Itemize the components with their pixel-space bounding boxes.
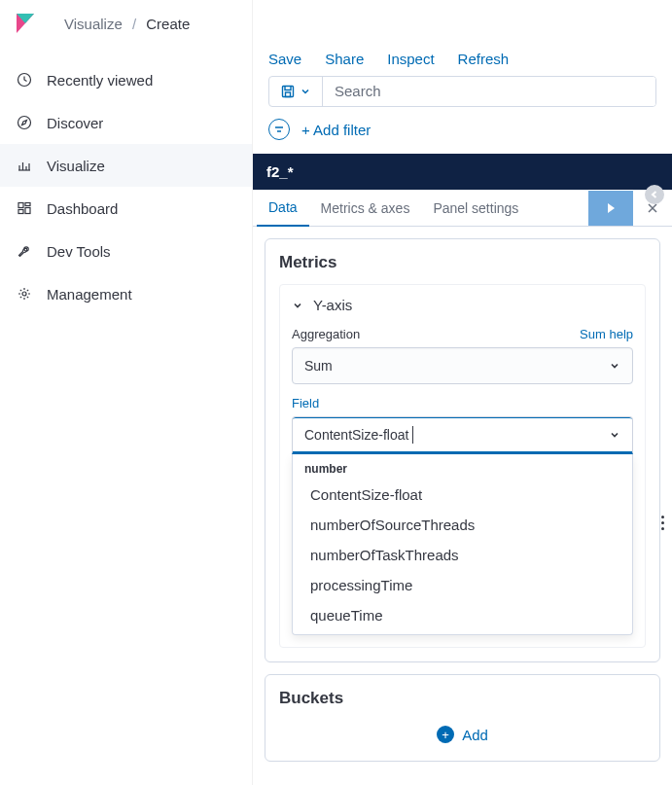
compass-icon — [16, 114, 33, 131]
yaxis-label: Y-axis — [313, 297, 352, 313]
panel-tabs: Data Metrics & axes Panel settings — [253, 190, 672, 227]
nav-label: Recently viewed — [47, 72, 153, 89]
field-option[interactable]: ContentSize-float — [293, 480, 632, 510]
nav-discover[interactable]: Discover — [0, 101, 252, 144]
search-input[interactable] — [323, 77, 655, 106]
nav-label: Dev Tools — [47, 243, 111, 260]
chevron-down-icon — [301, 87, 310, 96]
dashboard-icon — [16, 199, 33, 217]
field-combobox[interactable]: ContentSize-float — [292, 416, 633, 454]
save-link[interactable]: Save — [268, 51, 301, 67]
add-bucket-button[interactable]: + Add — [279, 720, 646, 761]
clock-icon — [16, 71, 33, 89]
nav-label: Management — [47, 286, 132, 303]
svg-rect-3 — [25, 203, 30, 206]
field-option[interactable]: numberOfTaskThreads — [293, 540, 632, 570]
share-link[interactable]: Share — [325, 51, 364, 67]
tab-metrics-axes[interactable]: Metrics & axes — [309, 191, 422, 226]
index-pattern-label: f2_* — [266, 163, 294, 180]
svg-rect-5 — [18, 210, 23, 214]
saved-query-button[interactable] — [269, 77, 323, 106]
metrics-title: Metrics — [279, 253, 646, 272]
tab-panel-settings[interactable]: Panel settings — [421, 191, 530, 226]
inspect-link[interactable]: Inspect — [387, 51, 434, 67]
svg-rect-2 — [18, 203, 23, 208]
collapse-panel-button[interactable] — [645, 185, 664, 204]
nav-label: Visualize — [47, 158, 105, 174]
breadcrumb-current: Create — [146, 16, 190, 32]
svg-point-1 — [18, 117, 31, 129]
field-label: Field — [292, 396, 319, 410]
breadcrumb: Visualize / Create — [64, 16, 190, 32]
yaxis-toggle[interactable]: Y-axis — [292, 297, 633, 313]
aggregation-value: Sum — [304, 358, 333, 374]
main: Save Share Inspect Refresh + Add filter — [253, 0, 672, 785]
nav-label: Discover — [47, 115, 103, 131]
plus-circle-icon: + — [437, 726, 454, 743]
field-value: ContentSize-float — [304, 427, 408, 443]
field-option[interactable]: numberOfSourceThreads — [293, 510, 632, 540]
svg-rect-9 — [286, 92, 291, 97]
text-cursor — [412, 426, 413, 444]
chevron-down-icon — [292, 300, 303, 311]
search-bar — [268, 76, 656, 107]
aggregation-select[interactable]: Sum — [292, 347, 633, 384]
nav-dashboard[interactable]: Dashboard — [0, 187, 252, 230]
nav-label: Dashboard — [47, 200, 118, 217]
tab-data[interactable]: Data — [257, 190, 309, 227]
buckets-card: Buckets + Add — [265, 674, 660, 762]
field-dropdown: number ContentSize-float numberOfSourceT… — [292, 454, 633, 635]
field-option[interactable]: queueTime — [293, 600, 632, 630]
nav-visualize[interactable]: Visualize — [0, 144, 252, 187]
aggregation-help-link[interactable]: Sum help — [580, 327, 633, 341]
gear-icon — [16, 285, 33, 303]
svg-rect-4 — [25, 208, 30, 214]
yaxis-accordion: Y-axis Aggregation Sum help Sum — [279, 284, 646, 648]
buckets-title: Buckets — [279, 689, 646, 708]
breadcrumb-parent[interactable]: Visualize — [64, 16, 123, 32]
save-disk-icon — [281, 85, 295, 98]
field-group-label: number — [293, 454, 632, 480]
field-option[interactable]: processingTime — [293, 570, 632, 600]
chart-icon — [16, 157, 33, 174]
add-filter-button[interactable]: + Add filter — [301, 122, 371, 138]
chevron-down-icon — [609, 429, 620, 441]
sidebar: Visualize / Create Recently viewed Disco… — [0, 0, 253, 785]
apply-changes-button[interactable] — [588, 191, 633, 226]
index-pattern-bar[interactable]: f2_* — [253, 154, 672, 190]
wrench-icon — [16, 242, 33, 260]
aggregation-label: Aggregation — [292, 327, 360, 341]
chevron-down-icon — [609, 360, 620, 372]
more-options-button[interactable] — [661, 516, 664, 530]
svg-rect-8 — [283, 86, 294, 96]
nav: Recently viewed Discover Visualize Dashb… — [0, 45, 252, 315]
filter-options-button[interactable] — [268, 119, 290, 140]
kibana-logo[interactable] — [14, 12, 37, 35]
nav-dev-tools[interactable]: Dev Tools — [0, 230, 252, 272]
nav-recently-viewed[interactable]: Recently viewed — [0, 58, 252, 101]
add-bucket-label: Add — [462, 727, 488, 743]
metrics-card: Metrics Y-axis Aggregation Sum help — [265, 238, 660, 662]
nav-management[interactable]: Management — [0, 272, 252, 315]
svg-point-7 — [22, 292, 26, 296]
toolbar: Save Share Inspect Refresh — [253, 41, 672, 76]
refresh-link[interactable]: Refresh — [458, 51, 510, 67]
